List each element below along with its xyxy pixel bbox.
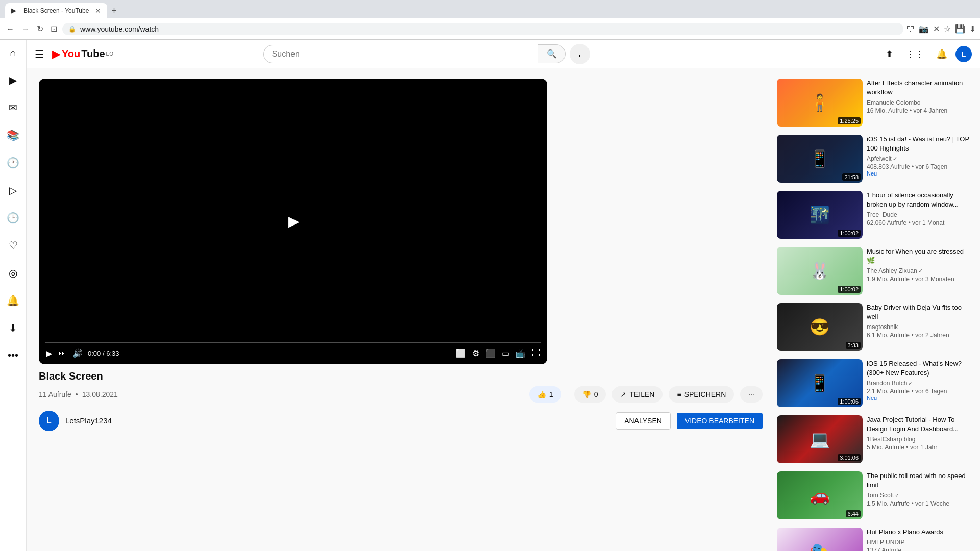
rec-channel: Tree_Dude bbox=[867, 211, 970, 218]
progress-bar[interactable] bbox=[45, 342, 541, 343]
yt-sidebar: ⌂ ▶ ✉ 📚 🕐 ▷ 🕒 ♡ ◎ 🔔 ⬇ bbox=[0, 40, 27, 551]
new-tab-button[interactable]: + bbox=[107, 6, 121, 16]
next-button[interactable]: ⏭ bbox=[57, 347, 67, 359]
address-bar[interactable]: 🔒 bbox=[62, 23, 903, 35]
active-tab[interactable]: ▶ Black Screen - YouTube ✕ bbox=[5, 3, 107, 18]
sidebar-item-home[interactable]: ⌂ bbox=[0, 44, 26, 62]
channel-name[interactable]: LetsPlay1234 bbox=[65, 416, 112, 425]
recommendation-item-2[interactable]: 🌃 1:00:02 1 hour of silence occasionally… bbox=[775, 189, 972, 241]
rec-duration: 3:33 bbox=[846, 342, 861, 349]
miniplayer-button[interactable]: ⬛ bbox=[484, 347, 497, 359]
play-overlay[interactable]: ▶ bbox=[276, 204, 310, 239]
rec-duration: 3:01:06 bbox=[838, 454, 861, 461]
back-button[interactable]: ← bbox=[4, 22, 16, 36]
cast-button[interactable]: 📺 bbox=[514, 347, 527, 359]
fullscreen-button[interactable]: ⛶ bbox=[531, 347, 541, 359]
share-button[interactable]: ↗ TEILEN bbox=[612, 386, 663, 403]
forward-button[interactable]: → bbox=[19, 22, 32, 36]
save-button[interactable]: ≡ SPEICHERN bbox=[669, 386, 734, 403]
subtitles-button[interactable]: ⬜ bbox=[455, 347, 467, 359]
video-title: Black Screen bbox=[39, 370, 763, 382]
subscriptions-icon: ✉ bbox=[9, 102, 17, 114]
home-button[interactable]: ⊡ bbox=[48, 22, 59, 36]
reload-button[interactable]: ↻ bbox=[35, 22, 45, 36]
rec-thumbnail: 🧍 1:25:25 bbox=[777, 79, 863, 127]
rec-duration: 1:00:06 bbox=[838, 398, 861, 405]
edit-video-button[interactable]: VIDEO BEARBEITEN bbox=[677, 413, 763, 429]
notifications-button[interactable]: 🔔 bbox=[932, 44, 951, 64]
rec-thumbnail: 🎭 bbox=[777, 528, 863, 551]
upload-button[interactable]: ⬆ bbox=[881, 44, 897, 64]
youtube-app: ⌂ ▶ ✉ 📚 🕐 ▷ 🕒 ♡ ◎ 🔔 ⬇ bbox=[0, 40, 980, 551]
extension-icon-1[interactable]: 🛡 bbox=[906, 24, 915, 34]
tab-favicon: ▶ bbox=[11, 7, 19, 15]
extension-icon-2[interactable]: 📷 bbox=[919, 24, 929, 34]
sidebar-item-library[interactable]: 📚 bbox=[0, 126, 26, 144]
yt-logo-tube: Tube bbox=[81, 48, 105, 60]
sidebar-item-subscriptions[interactable]: ✉ bbox=[0, 98, 26, 117]
sidebar-item-watch-later[interactable]: 🕒 bbox=[0, 209, 26, 227]
rec-channel: HMTP UNDIP bbox=[867, 539, 970, 546]
thumb-figure: 🎭 bbox=[777, 528, 863, 551]
voice-search-button[interactable]: 🎙 bbox=[570, 44, 590, 64]
analyze-button[interactable]: ANALYSEN bbox=[616, 412, 671, 430]
tab-close-button[interactable]: ✕ bbox=[95, 7, 101, 15]
sidebar-item-history[interactable]: 🕐 bbox=[0, 154, 26, 172]
tab-title: Black Screen - YouTube bbox=[23, 7, 89, 14]
yt-logo[interactable]: ▶ YouTube EO bbox=[52, 47, 113, 61]
rec-meta: 408.803 Aufrufe • vor 6 Tagen bbox=[867, 163, 970, 170]
extension-icon-6[interactable]: ⬇ bbox=[969, 24, 976, 34]
sidebar-item-more[interactable]: ••• bbox=[0, 346, 26, 364]
recommendation-item-8[interactable]: 🎭 Hut Plano x Plano Awards HMTP UNDIP 13… bbox=[775, 525, 972, 551]
sidebar-item-downloads[interactable]: ⬇ bbox=[0, 319, 26, 337]
browser-chrome: ▶ Black Screen - YouTube ✕ + ← → ↻ ⊡ 🔒 🛡… bbox=[0, 0, 980, 40]
apps-button[interactable]: ⋮⋮ bbox=[901, 44, 928, 64]
rec-thumbnail: 🐰 1:00:02 bbox=[777, 247, 863, 295]
sidebar-item-your-videos[interactable]: ▷ bbox=[0, 181, 26, 199]
dislike-button[interactable]: 👎 0 bbox=[574, 386, 606, 403]
recommendation-item-7[interactable]: 🚗 6:44 The public toll road with no spee… bbox=[775, 469, 972, 521]
rec-meta: 2,1 Mio. Aufrufe • vor 6 Tagen bbox=[867, 388, 970, 395]
sidebar-item-shorts[interactable]: ▶ bbox=[0, 71, 26, 89]
search-button[interactable]: 🔍 bbox=[538, 44, 566, 63]
extension-icon-5[interactable]: 💾 bbox=[955, 24, 965, 34]
like-icon: 👍 bbox=[537, 390, 546, 398]
dislike-icon: 👎 bbox=[582, 390, 591, 398]
menu-button[interactable]: ☰ bbox=[35, 48, 44, 60]
toolbar-icons: 🛡 📷 ✕ ☆ 💾 ⬇ bbox=[906, 24, 976, 34]
sidebar-item-bell[interactable]: 🔔 bbox=[0, 291, 26, 310]
url-input[interactable] bbox=[80, 25, 897, 33]
rec-title: Java Project Tutorial - How To Design Lo… bbox=[867, 415, 970, 434]
recommendation-item-5[interactable]: 📱 1:00:06 iOS 15 Released - What's New? … bbox=[775, 357, 972, 409]
video-time: 0:00 / 6:33 bbox=[88, 349, 119, 357]
theater-button[interactable]: ▭ bbox=[501, 347, 510, 359]
recommendation-item-4[interactable]: 😎 3:33 Baby Driver with Deja Vu fits too… bbox=[775, 301, 972, 353]
sidebar-item-liked[interactable]: ♡ bbox=[0, 236, 26, 255]
meta-separator: • bbox=[76, 390, 78, 398]
video-screen: ▶ bbox=[39, 79, 547, 364]
more-actions-button[interactable]: ··· bbox=[740, 386, 763, 403]
extension-icon-4[interactable]: ☆ bbox=[944, 24, 951, 34]
save-icon: ≡ bbox=[677, 390, 681, 398]
extension-icon-3[interactable]: ✕ bbox=[933, 24, 940, 34]
rec-badge: Neu bbox=[867, 395, 970, 401]
rec-thumbnail: 📱 21:58 bbox=[777, 135, 863, 183]
sidebar-item-sub2[interactable]: ◎ bbox=[0, 264, 26, 282]
search-input[interactable] bbox=[263, 45, 538, 63]
user-avatar[interactable]: L bbox=[955, 46, 972, 62]
like-button[interactable]: 👍 1 bbox=[529, 386, 561, 403]
mute-button[interactable]: 🔊 bbox=[71, 347, 84, 359]
more-icon: ••• bbox=[8, 349, 18, 361]
recommendation-item-1[interactable]: 📱 21:58 iOS 15 ist da! - Was ist neu? | … bbox=[775, 133, 972, 185]
rec-thumbnail: 📱 1:00:06 bbox=[777, 359, 863, 407]
play-button[interactable]: ▶ bbox=[45, 347, 53, 359]
rec-channel: Emanuele Colombo bbox=[867, 99, 970, 106]
settings-button[interactable]: ⚙ bbox=[471, 347, 480, 359]
shorts-icon: ▶ bbox=[9, 74, 17, 86]
recommendation-item-3[interactable]: 🐰 1:00:02 Music for When you are stresse… bbox=[775, 245, 972, 297]
recommendation-item-6[interactable]: 💻 3:01:06 Java Project Tutorial - How To… bbox=[775, 413, 972, 465]
recommendation-item-0[interactable]: 🧍 1:25:25 After Effects character animat… bbox=[775, 77, 972, 129]
channel-avatar[interactable]: L bbox=[39, 411, 59, 431]
history-icon: 🕐 bbox=[7, 157, 19, 169]
video-player[interactable]: ▶ ▶ ⏭ 🔊 0:00 / 6:33 bbox=[39, 79, 547, 364]
